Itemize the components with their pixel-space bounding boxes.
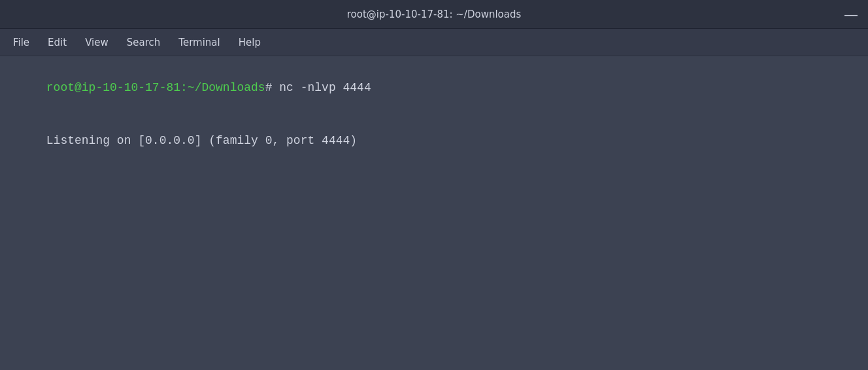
terminal-line-2: Listening on [0.0.0.0] (family 0, port 4… — [4, 114, 864, 167]
terminal-body[interactable]: root@ip-10-10-17-81:~/Downloads# nc -nlv… — [0, 56, 868, 370]
menu-terminal[interactable]: Terminal — [171, 34, 227, 51]
terminal-line-1: root@ip-10-10-17-81:~/Downloads# nc -nlv… — [4, 61, 864, 114]
terminal-output: Listening on [0.0.0.0] (family 0, port 4… — [46, 134, 357, 147]
terminal-command: nc -nlvp 4444 — [279, 81, 371, 94]
terminal-window: root@ip-10-10-17-81: ~/Downloads — File … — [0, 0, 868, 370]
menu-view[interactable]: View — [77, 34, 116, 51]
menu-edit[interactable]: Edit — [40, 34, 75, 51]
terminal-prompt-suffix: # — [265, 81, 280, 94]
menu-file[interactable]: File — [5, 34, 37, 51]
terminal-prompt-user: root@ip-10-10-17-81:~/Downloads — [46, 81, 265, 94]
minimize-button[interactable]: — — [844, 8, 858, 21]
window-title: root@ip-10-10-17-81: ~/Downloads — [347, 8, 522, 20]
menu-bar: File Edit View Search Terminal Help — [0, 29, 868, 56]
title-bar: root@ip-10-10-17-81: ~/Downloads — — [0, 0, 868, 29]
menu-help[interactable]: Help — [231, 34, 269, 51]
menu-search[interactable]: Search — [119, 34, 169, 51]
